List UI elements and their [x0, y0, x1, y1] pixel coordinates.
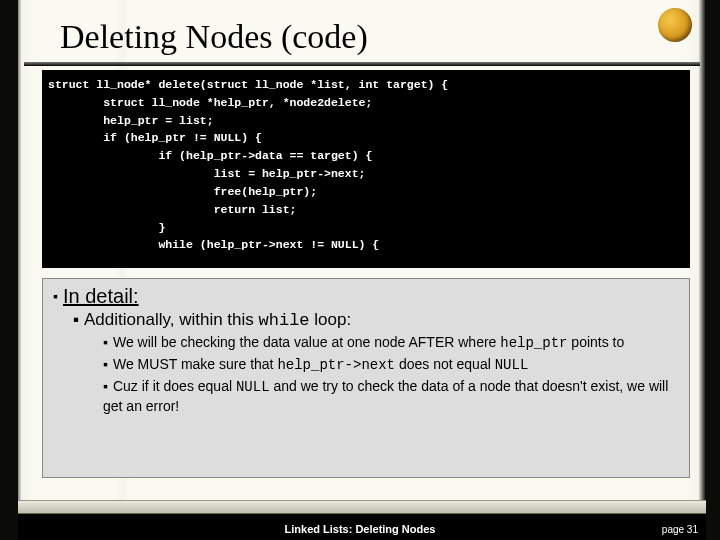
b1-post: points to: [567, 334, 624, 350]
bullet-3: ▪Cuz if it does equal NULL and we try to…: [103, 377, 679, 414]
detail-box: ▪In detail: ▪Additionally, within this w…: [42, 278, 690, 478]
b3-pre: Cuz if it does equal: [113, 378, 236, 394]
left-border: [0, 0, 18, 540]
b1-code: help_ptr: [500, 335, 567, 351]
bullet-2: ▪We MUST make sure that help_ptr->next d…: [103, 355, 679, 374]
detail-line1-pre: Additionally, within this: [84, 310, 259, 329]
title-underline: [24, 62, 700, 66]
detail-heading-text: In detail:: [63, 285, 139, 307]
b2-pre: We MUST make sure that: [113, 356, 277, 372]
detail-heading: ▪In detail:: [53, 285, 679, 308]
detail-line1-code: while: [259, 311, 310, 330]
detail-line1-post: loop:: [310, 310, 352, 329]
slide: Deleting Nodes (code) struct ll_node* de…: [0, 0, 720, 540]
detail-line1: ▪Additionally, within this while loop:: [73, 310, 679, 330]
footer-bar: [18, 500, 706, 514]
logo-icon: [658, 8, 692, 42]
b1-pre: We will be checking the data value at on…: [113, 334, 500, 350]
b2-mid: does not equal: [395, 356, 495, 372]
slide-title: Deleting Nodes (code): [60, 18, 368, 56]
page-number: page 31: [662, 524, 698, 535]
footer-center: Linked Lists: Deleting Nodes: [0, 523, 720, 535]
right-border: [706, 0, 720, 540]
code-block: struct ll_node* delete(struct ll_node *l…: [42, 70, 690, 268]
b3-code: NULL: [236, 379, 270, 395]
bullet-1: ▪We will be checking the data value at o…: [103, 333, 679, 352]
b2-code2: NULL: [495, 357, 529, 373]
b2-code: help_ptr->next: [277, 357, 395, 373]
